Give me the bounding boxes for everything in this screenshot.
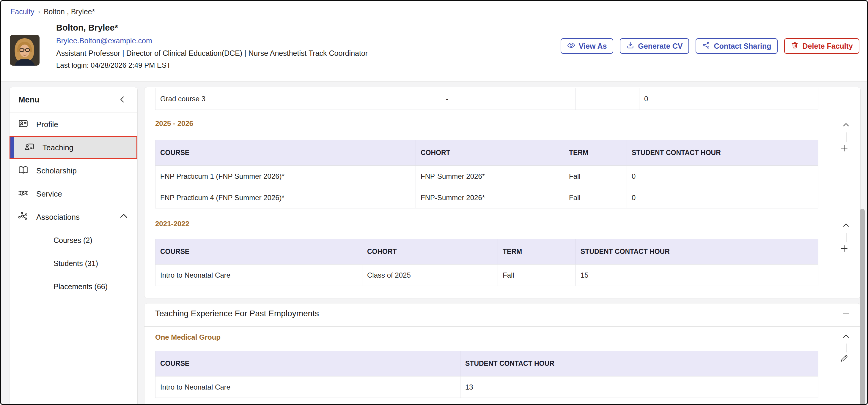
table-header-row: COURSECOHORTTERMSTUDENT CONTACT HOUR (155, 239, 818, 264)
partial-course-table: Grad course 3-0 (155, 88, 818, 110)
faculty-email-link[interactable]: Brylee.Bolton@example.com (56, 36, 368, 45)
table-header-row: COURSESTUDENT CONTACT HOUR (155, 351, 818, 376)
plus-icon (841, 309, 850, 319)
column-header: TERM (564, 140, 627, 165)
column-header: STUDENT CONTACT HOUR (461, 351, 818, 376)
sidebar-subitem-students[interactable]: Students (31) (9, 252, 137, 275)
year-heading-2025-2026: 2025 - 2026 (155, 120, 193, 128)
teaching-experience-card: Grad course 3-0 2025 - 2026 COURSECOHORT… (144, 87, 861, 298)
table-cell: Fall (564, 166, 627, 187)
avatar (10, 35, 39, 66)
collapse-section-button[interactable] (840, 120, 852, 131)
column-header: COHORT (362, 239, 498, 264)
generate-cv-button[interactable]: Generate CV (620, 38, 689, 54)
table-cell: FNP-Summer 2026* (416, 187, 564, 208)
sidebar-item-teaching[interactable]: Teaching (9, 136, 137, 159)
table-cell: 13 (461, 376, 818, 398)
column-header: COURSE (155, 351, 461, 376)
vertical-scrollbar[interactable] (860, 209, 865, 405)
employer-heading: One Medical Group (155, 333, 221, 341)
past-employment-course-table: COURSESTUDENT CONTACT HOURIntro to Neona… (155, 351, 818, 398)
delete-faculty-button[interactable]: Delete Faculty (784, 38, 859, 54)
table-cell: Class of 2025 (362, 265, 498, 285)
sidebar-subitem-courses[interactable]: Courses (2) (9, 229, 137, 252)
column-header: COHORT (416, 140, 564, 165)
menu-title: Menu (19, 95, 39, 104)
table-row: Intro to Neonatal CareClass of 2025Fall1… (155, 264, 818, 285)
table-row: FNP Practicum 4 (FNP Summer 2026)*FNP-Su… (155, 187, 818, 208)
table-cell (576, 88, 640, 109)
section-divider (145, 216, 860, 216)
generate-cv-label: Generate CV (638, 42, 683, 50)
trash-icon (791, 41, 799, 51)
collapse-section-button[interactable] (840, 331, 852, 343)
chevron-up-icon (841, 332, 850, 342)
handshake-icon (18, 188, 29, 200)
add-past-employment-button[interactable] (840, 308, 852, 320)
table-cell: 0 (627, 166, 818, 187)
column-header: COURSE (155, 239, 362, 264)
table-cell: FNP Practicum 1 (FNP Summer 2026)* (155, 166, 416, 187)
table-cell: FNP Practicum 4 (FNP Summer 2026)* (155, 187, 416, 208)
plus-icon (840, 244, 849, 254)
chevron-up-icon (118, 211, 129, 224)
pencil-icon (840, 354, 849, 364)
network-icon (18, 211, 29, 224)
breadcrumb-current: Bolton , Brylee* (44, 7, 95, 16)
table-cell: 0 (627, 187, 818, 208)
course-table-2025-2026: COURSECOHORTTERMSTUDENT CONTACT HOURFNP … (155, 140, 818, 208)
sidebar-item-label: Associations (36, 212, 80, 222)
column-header: STUDENT CONTACT HOUR (627, 140, 818, 165)
contact-sharing-label: Contact Sharing (714, 42, 771, 50)
app-window: Faculty › Bolton , Brylee* Bolton, Bryle… (0, 0, 868, 405)
faculty-name: Bolton, Brylee* (56, 23, 368, 33)
edit-employment-button[interactable] (838, 353, 850, 365)
table-cell: - (441, 88, 576, 109)
sidebar-item-associations[interactable]: Associations (9, 205, 137, 229)
profile-info: Bolton, Brylee* Brylee.Bolton@example.co… (56, 23, 368, 69)
download-icon (626, 41, 634, 51)
table-row: Grad course 3-0 (155, 88, 818, 109)
add-course-button[interactable] (838, 243, 850, 255)
column-header: TERM (498, 239, 576, 264)
year-heading-2021-2022: 2021-2022 (155, 220, 189, 228)
chevron-up-icon (841, 221, 850, 231)
faculty-titles: Assistant Professor | Director of Clinic… (56, 49, 368, 58)
sidebar-item-profile[interactable]: Profile (9, 113, 137, 136)
table-cell: Intro to Neonatal Care (155, 265, 362, 285)
table-header-row: COURSECOHORTTERMSTUDENT CONTACT HOUR (155, 140, 818, 165)
sidebar-item-scholarship[interactable]: Scholarship (9, 159, 137, 182)
sidebar-item-label: Profile (36, 120, 58, 129)
sidebar-item-service[interactable]: Service (9, 182, 137, 205)
contact-sharing-button[interactable]: Contact Sharing (695, 38, 778, 54)
collapse-section-button[interactable] (840, 220, 852, 232)
table-row: Intro to Neonatal Care13 (155, 376, 818, 398)
column-header: COURSE (155, 140, 416, 165)
table-cell: 0 (640, 88, 818, 109)
page-header: Faculty › Bolton , Brylee* Bolton, Bryle… (1, 1, 867, 82)
header-actions: View As Generate CV Cont (561, 38, 859, 54)
view-as-label: View As (579, 42, 607, 50)
past-employments-title: Teaching Experience For Past Employments (155, 309, 319, 318)
table-row: FNP Practicum 1 (FNP Summer 2026)*FNP-Su… (155, 165, 818, 187)
table-cell: Intro to Neonatal Care (155, 376, 461, 398)
sidebar-item-label: Scholarship (36, 166, 77, 175)
breadcrumb-faculty-link[interactable]: Faculty (10, 7, 34, 16)
eye-icon (567, 41, 575, 51)
sidebar: Menu Profile (9, 87, 137, 405)
table-cell: Fall (498, 265, 576, 285)
sidebar-header: Menu (9, 87, 137, 113)
sidebar-subitem-placements[interactable]: Placements (66) (9, 275, 137, 298)
breadcrumb-separator-icon: › (38, 8, 40, 16)
course-table-2021-2022: COURSECOHORTTERMSTUDENT CONTACT HOURIntr… (155, 239, 818, 286)
section-divider (145, 117, 860, 117)
section-divider (145, 326, 860, 327)
chevron-left-icon (118, 95, 127, 105)
table-cell: Grad course 3 (155, 88, 441, 109)
add-course-button[interactable] (838, 142, 850, 155)
column-header: STUDENT CONTACT HOUR (576, 239, 818, 264)
sidebar-collapse-button[interactable] (117, 94, 128, 106)
teaching-icon (24, 141, 35, 154)
past-employments-card: Teaching Experience For Past Employments… (144, 303, 861, 405)
view-as-button[interactable]: View As (561, 38, 614, 54)
